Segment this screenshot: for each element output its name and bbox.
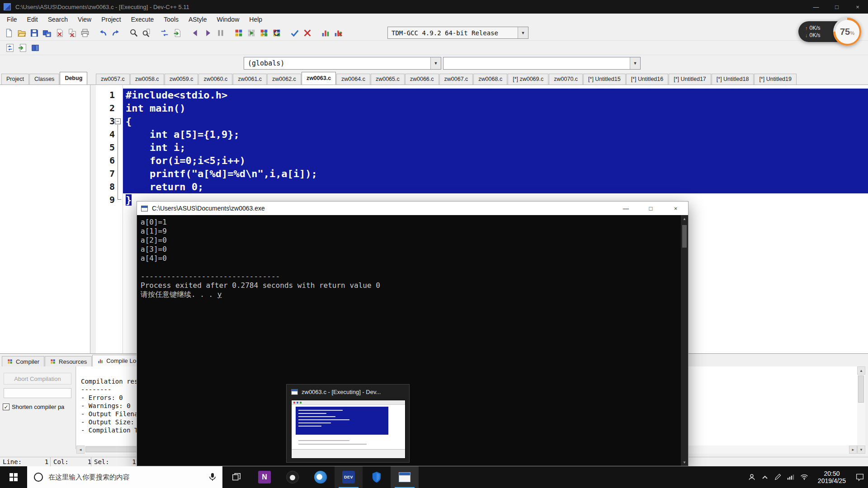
profile-icon[interactable] <box>319 27 332 39</box>
menu-window[interactable]: Window <box>212 14 244 25</box>
scroll-up-icon[interactable]: ▲ <box>857 366 865 375</box>
goto-function-icon[interactable] <box>16 42 29 54</box>
file-tab-zw0066.c[interactable]: zw0066.c <box>405 74 439 84</box>
menu-tools[interactable]: Tools <box>159 14 184 25</box>
menu-view[interactable]: View <box>73 14 96 25</box>
wifi-icon[interactable] <box>800 474 808 480</box>
swap-header-source-icon[interactable] <box>4 42 16 54</box>
menu-help[interactable]: Help <box>244 14 267 25</box>
line-number[interactable]: 6 <box>96 154 123 167</box>
console-maximize-button[interactable]: □ <box>638 202 663 215</box>
print-icon[interactable] <box>79 27 91 39</box>
start-button[interactable] <box>0 466 27 488</box>
members-select[interactable]: ▼ <box>443 57 641 70</box>
globals-select[interactable]: (globals) ▼ <box>244 57 441 70</box>
console-minimize-button[interactable]: — <box>613 202 638 215</box>
line-number[interactable]: 7 <box>96 167 123 180</box>
abort-compilation-button[interactable]: Abort Compilation <box>4 373 71 385</box>
rebuild-icon[interactable] <box>270 27 283 39</box>
shorten-paths-checkbox[interactable]: ✓ Shorten compiler pa <box>3 404 75 410</box>
bottom-tab-compiler[interactable]: Compiler <box>2 356 44 366</box>
find-icon[interactable] <box>127 27 140 39</box>
project-panel[interactable] <box>0 85 90 353</box>
profile-del-icon[interactable] <box>332 27 344 39</box>
close-all-icon[interactable] <box>66 27 79 39</box>
sidebar-tab-project[interactable]: Project <box>1 74 29 84</box>
log-vertical-scrollbar[interactable]: ▲ ▼ <box>857 366 865 454</box>
file-tab-zw0067.c[interactable]: zw0067.c <box>439 74 473 84</box>
file-tab-zw0061.c[interactable]: zw0061.c <box>233 74 267 84</box>
file-tab-zw0063.c[interactable]: zw0063.c <box>302 72 336 84</box>
line-number[interactable]: 9 <box>96 193 123 206</box>
scroll-thumb[interactable] <box>682 225 687 248</box>
scroll-left-icon[interactable]: ◄ <box>76 446 85 454</box>
file-tab-zw0057.c[interactable]: zw0057.c <box>96 74 130 84</box>
menu-project[interactable]: Project <box>96 14 126 25</box>
taskbar-search[interactable]: 在这里输入你要搜索的内容 <box>27 466 222 488</box>
file-tab-untitled17[interactable]: [*] Untitled17 <box>669 74 711 84</box>
scroll-thumb[interactable] <box>858 375 864 403</box>
new-file-icon[interactable] <box>3 27 15 39</box>
file-tab-zw0069.c[interactable]: [*] zw0069.c <box>508 74 548 84</box>
show-hidden-icons-chevron[interactable] <box>762 475 768 479</box>
line-number[interactable]: 5 <box>96 141 123 154</box>
console-window[interactable]: C:\Users\ASUS\Documents\zw0063.exe — □ ×… <box>137 201 689 466</box>
security-app-button[interactable] <box>363 466 391 488</box>
dropdown-arrow-icon[interactable]: ▼ <box>630 57 640 69</box>
replace-icon[interactable] <box>158 27 171 39</box>
file-tab-zw0068.c[interactable]: zw0068.c <box>473 74 507 84</box>
save-icon[interactable] <box>28 27 41 39</box>
menu-search[interactable]: Search <box>43 14 73 25</box>
console-titlebar[interactable]: C:\Users\ASUS\Documents\zw0063.exe — □ × <box>137 202 688 215</box>
windows-ink-icon[interactable] <box>774 474 781 481</box>
save-all-icon[interactable] <box>41 27 53 39</box>
panel-splitter[interactable] <box>90 85 96 353</box>
scroll-up-icon[interactable]: ▲ <box>681 215 688 222</box>
minimize-button[interactable]: — <box>806 0 826 14</box>
file-tab-zw0059.c[interactable]: zw0059.c <box>165 74 198 84</box>
check-icon[interactable] <box>288 27 301 39</box>
task-view-button[interactable] <box>222 466 250 488</box>
browser-app-button[interactable] <box>307 466 335 488</box>
scroll-down-icon[interactable]: ▼ <box>681 459 688 466</box>
fold-marker[interactable]: − <box>115 118 121 124</box>
menu-edit[interactable]: Edit <box>22 14 43 25</box>
close-button[interactable]: × <box>847 0 868 14</box>
file-tab-zw0062.c[interactable]: zw0062.c <box>267 74 301 84</box>
preview-thumbnail[interactable] <box>291 400 406 459</box>
cellular-signal-icon[interactable] <box>787 474 794 480</box>
maximize-button[interactable]: □ <box>826 0 847 14</box>
devcpp-app-button[interactable]: DEV <box>335 466 363 488</box>
line-number[interactable]: 2 <box>96 102 123 115</box>
dropdown-arrow-icon[interactable]: ▼ <box>430 57 441 69</box>
file-tab-zw0060.c[interactable]: zw0060.c <box>198 74 232 84</box>
run-icon[interactable] <box>245 27 258 39</box>
file-tab-untitled19[interactable]: [*] Untitled19 <box>754 74 797 84</box>
sidebar-tab-classes[interactable]: Classes <box>29 74 59 84</box>
file-tab-zw0064.c[interactable]: zw0064.c <box>336 74 370 84</box>
close-icon[interactable] <box>53 27 66 39</box>
line-number[interactable]: 1 <box>96 89 123 102</box>
scroll-right-icon[interactable]: ► <box>849 446 857 454</box>
bottom-tab-resources[interactable]: Resources <box>45 356 92 366</box>
microphone-icon[interactable] <box>209 473 216 482</box>
scroll-down-icon[interactable]: ▼ <box>857 446 865 454</box>
file-tab-untitled18[interactable]: [*] Untitled18 <box>712 74 754 84</box>
menu-execute[interactable]: Execute <box>126 14 159 25</box>
open-icon[interactable] <box>15 27 28 39</box>
find-files-icon[interactable] <box>140 27 153 39</box>
goto-icon[interactable] <box>171 27 184 39</box>
onenote-app-button[interactable]: N <box>250 466 278 488</box>
compiler-profile-select[interactable]: TDM-GCC 4.9.2 64-bit Release ▼ <box>387 27 528 39</box>
pause-icon[interactable] <box>214 27 227 39</box>
file-tab-zw0065.c[interactable]: zw0065.c <box>371 74 405 84</box>
game-app-button[interactable] <box>278 466 307 488</box>
back-icon[interactable] <box>189 27 202 39</box>
compile-run-icon[interactable] <box>258 27 270 39</box>
editor-gutter[interactable]: − 123456789 <box>96 85 123 353</box>
menu-file[interactable]: File <box>2 14 22 25</box>
clean-icon[interactable] <box>301 27 314 39</box>
menu-astyle[interactable]: AStyle <box>184 14 212 25</box>
line-number[interactable]: 4 <box>96 128 123 141</box>
file-tab-untitled15[interactable]: [*] Untitled15 <box>583 74 626 84</box>
